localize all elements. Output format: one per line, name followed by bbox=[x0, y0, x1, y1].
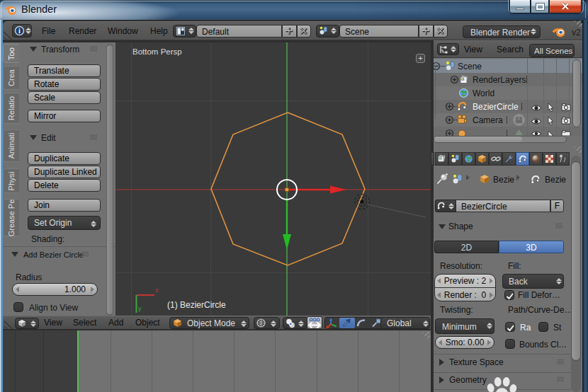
svg-text:y: y bbox=[138, 305, 142, 312]
svg-text:i: i bbox=[18, 27, 21, 35]
svg-text:x: x bbox=[155, 287, 159, 294]
